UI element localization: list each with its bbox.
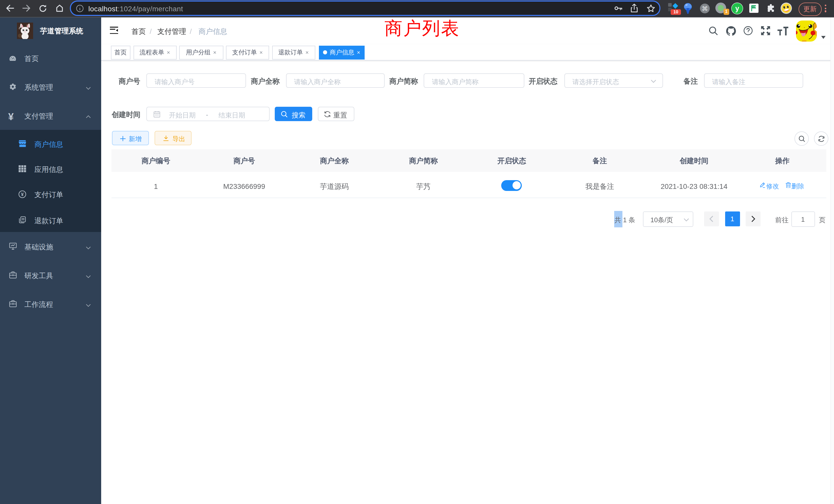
svg-text:¥: ¥ xyxy=(21,191,24,197)
svg-text:⌘: ⌘ xyxy=(702,5,708,12)
svg-text:y: y xyxy=(735,4,739,12)
